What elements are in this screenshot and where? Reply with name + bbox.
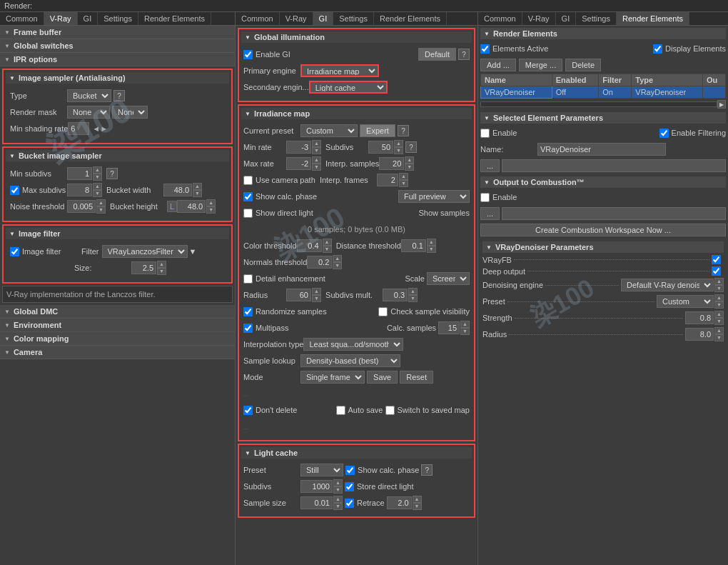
normals-threshold-input[interactable] xyxy=(307,256,332,269)
tab-render-elements-mid[interactable]: Render Elements xyxy=(374,12,447,25)
section-frame-buffer[interactable]: Frame buffer xyxy=(0,26,235,39)
save-btn[interactable]: Save xyxy=(367,371,398,384)
lc-subdivs-input[interactable] xyxy=(300,480,333,493)
type-help-btn[interactable]: ? xyxy=(113,90,125,101)
tab-common-mid[interactable]: Common xyxy=(236,12,280,25)
element-name-cell[interactable]: VRayDenoiser xyxy=(481,86,552,99)
max-subdivs-input[interactable] xyxy=(67,184,92,196)
image-filter-check[interactable] xyxy=(10,247,19,256)
interp-frames-input[interactable] xyxy=(377,174,398,186)
section-ipr-options[interactable]: IPR options xyxy=(0,53,235,66)
combustion-enable-check[interactable] xyxy=(480,193,490,202)
noise-threshold-input[interactable] xyxy=(67,200,96,213)
enable-gi-check[interactable] xyxy=(243,50,253,59)
min-rate-input[interactable] xyxy=(286,141,311,154)
tab-common-right[interactable]: Common xyxy=(478,12,522,25)
multipass-check[interactable] xyxy=(243,324,253,333)
max-subdivs-check[interactable] xyxy=(10,186,19,195)
bucket-width-down[interactable]: ▼ xyxy=(193,190,202,197)
min-subdivs-input[interactable] xyxy=(67,167,92,180)
mode-select[interactable]: Single frame xyxy=(300,371,365,384)
noise-threshold-down[interactable]: ▼ xyxy=(96,206,106,214)
table-row[interactable]: VRayDenoiser Off On VRayDenoiser xyxy=(481,86,726,99)
use-camera-path-check[interactable] xyxy=(243,176,253,185)
sample-lookup-select[interactable]: Density-based (best) xyxy=(300,354,400,367)
type-select[interactable]: Bucket xyxy=(67,89,111,102)
size-input[interactable] xyxy=(131,261,156,274)
reset-btn[interactable]: Reset xyxy=(400,371,433,384)
lc-help-btn[interactable]: ? xyxy=(421,464,433,476)
section-environment[interactable]: Environment xyxy=(0,319,235,332)
radius-input[interactable] xyxy=(286,289,311,301)
combustion-dots-btn[interactable]: ... xyxy=(480,207,500,220)
deep-output-check[interactable] xyxy=(712,266,721,276)
add-btn[interactable]: Add ... xyxy=(480,59,516,71)
selected-enable-check[interactable] xyxy=(480,129,490,138)
full-preview-select[interactable]: Full preview xyxy=(398,190,470,203)
auto-save-check[interactable] xyxy=(336,406,345,415)
max-subdivs-up[interactable]: ▲ xyxy=(93,183,102,190)
lc-sample-size-input[interactable] xyxy=(300,496,333,509)
show-direct-light-check[interactable] xyxy=(243,209,253,218)
randomize-check[interactable] xyxy=(243,307,253,316)
tab-vray-mid[interactable]: V-Ray xyxy=(280,12,313,25)
combustion-path-input[interactable] xyxy=(502,207,726,220)
default-btn[interactable]: Default xyxy=(418,48,456,61)
check-sample-visibility-check[interactable] xyxy=(378,307,388,316)
name-input[interactable] xyxy=(537,143,666,156)
render-mask-select[interactable]: None xyxy=(67,106,110,119)
h-scrollbar[interactable] xyxy=(480,101,717,107)
section-camera[interactable]: Camera xyxy=(0,346,235,359)
tab-settings-right[interactable]: Settings xyxy=(576,12,617,25)
min-shading-input[interactable] xyxy=(68,122,89,135)
switch-saved-check[interactable] xyxy=(385,406,395,415)
tab-settings-mid[interactable]: Settings xyxy=(333,12,374,25)
subdivs-mult-input[interactable] xyxy=(383,289,408,301)
filter-select[interactable]: VRayLanczosFilter xyxy=(102,245,188,258)
dont-delete-check[interactable] xyxy=(243,406,253,415)
preset-select[interactable]: Custom xyxy=(657,295,714,308)
vrayfb-check[interactable] xyxy=(712,255,721,264)
size-up[interactable]: ▲ xyxy=(157,261,166,268)
section-global-switches[interactable]: Global switches xyxy=(0,39,235,53)
secondary-engine-select[interactable]: Light cache xyxy=(309,81,388,94)
irr-subdivs-help[interactable]: ? xyxy=(405,141,417,153)
size-down[interactable]: ▼ xyxy=(157,268,166,275)
tab-gi-right[interactable]: GI xyxy=(556,12,577,25)
show-calc-phase-check[interactable] xyxy=(243,192,253,201)
tab-settings-left[interactable]: Settings xyxy=(98,12,138,25)
bucket-height-input[interactable] xyxy=(177,200,206,213)
elements-active-check[interactable] xyxy=(480,44,490,54)
section-global-dmc[interactable]: Global DMC xyxy=(0,305,235,319)
store-direct-light-check[interactable] xyxy=(345,482,354,491)
gi-help-btn[interactable]: ? xyxy=(458,49,470,60)
scroll-right-btn[interactable]: ▶ xyxy=(717,100,726,109)
denoising-engine-select[interactable]: Default V-Ray denoiser xyxy=(621,279,714,291)
dots-value-input[interactable] xyxy=(502,159,726,172)
scale-select[interactable]: Screen xyxy=(427,272,470,285)
merge-btn[interactable]: Merge ... xyxy=(519,59,562,71)
bucket-height-up[interactable]: ▲ xyxy=(206,199,216,206)
calc-samples-input[interactable] xyxy=(438,321,460,334)
max-subdivs-down[interactable]: ▼ xyxy=(93,190,102,197)
subdivs-input[interactable] xyxy=(368,141,393,154)
tab-vray-right[interactable]: V-Ray xyxy=(522,12,556,25)
retrace-input[interactable] xyxy=(387,496,412,509)
interp-samples-input[interactable] xyxy=(379,157,404,170)
bucket-help-btn[interactable]: ? xyxy=(106,168,118,179)
irr-help-btn[interactable]: ? xyxy=(398,125,409,136)
lc-show-calc-check[interactable] xyxy=(345,466,355,475)
strength-input[interactable] xyxy=(685,311,714,324)
lc-preset-select[interactable]: Still xyxy=(300,464,343,476)
enable-filtering-check[interactable] xyxy=(659,129,669,138)
min-subdivs-down[interactable]: ▼ xyxy=(93,174,102,181)
tab-common-left[interactable]: Common xyxy=(0,12,44,25)
detail-enhancement-check[interactable] xyxy=(243,274,253,284)
noise-threshold-up[interactable]: ▲ xyxy=(96,199,106,206)
tab-gi-mid[interactable]: GI xyxy=(313,12,334,25)
expert-btn[interactable]: Expert xyxy=(360,124,395,137)
max-rate-input[interactable] xyxy=(286,157,311,170)
tab-render-elements-left[interactable]: Render Elements xyxy=(138,12,211,25)
delete-btn[interactable]: Delete xyxy=(565,59,601,71)
current-preset-select[interactable]: Custom xyxy=(300,124,358,137)
